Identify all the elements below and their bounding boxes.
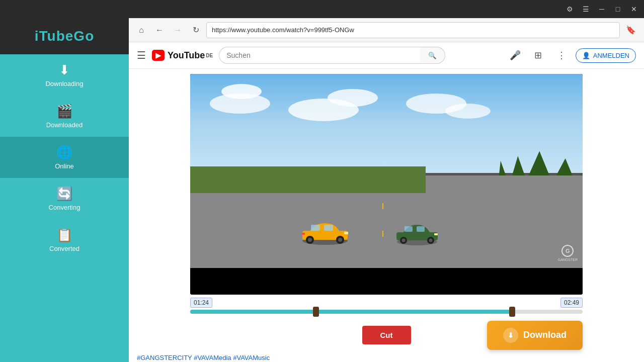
browser-area: ⌂ ← → ↻ 🔖 ☰ ▶ YouTube DE 🔍 (129, 18, 644, 362)
yt-search-container: 🔍 (219, 47, 500, 64)
hashtags: #GANGSTERCITY #VAVAMedia #VAVAMusic (129, 350, 644, 362)
sidebar-item-converting[interactable]: 🔄 Converting (0, 178, 129, 219)
watermark-text: GANGSTER (558, 258, 578, 261)
svg-rect-13 (417, 226, 425, 232)
maximize-button[interactable]: □ (612, 3, 624, 15)
close-button[interactable]: ✕ (628, 3, 640, 15)
content-area[interactable]: ☰ ▶ YouTube DE 🔍 🎤 ⊞ ⋮ 👤 ANMELDEN (129, 42, 644, 362)
logo-accent: i (35, 28, 39, 44)
sidebar-item-label-online: Online (55, 162, 74, 170)
road-line-2 (382, 231, 383, 237)
yt-grid-button[interactable]: ⊞ (529, 46, 547, 64)
download-label: Download (523, 330, 567, 340)
sidebar: iTubeGo ⬇ Downloading 🎬 Downloaded 🌐 Onl… (0, 18, 129, 362)
cloud-6 (445, 104, 491, 119)
sidebar-item-online[interactable]: 🌐 Online (0, 137, 129, 178)
download-icon: ⬇ (508, 331, 514, 339)
yt-logo-icon: ▶ (152, 50, 165, 61)
logo-text: TubeGo (39, 28, 95, 44)
downloaded-icon: 🎬 (56, 104, 72, 119)
app-logo: iTubeGo (0, 18, 129, 54)
svg-rect-9 (302, 233, 305, 235)
download-icon-circle: ⬇ (503, 328, 518, 343)
svg-rect-18 (434, 233, 438, 235)
timeline-handle-right[interactable] (509, 307, 515, 317)
timeline-labels: 01:24 02:49 (190, 298, 583, 308)
youtube-logo: ▶ YouTube DE (152, 50, 213, 61)
yt-signin-icon: 👤 (582, 52, 590, 59)
svg-rect-2 (311, 225, 320, 231)
watermark: G GANGSTER (558, 245, 578, 261)
sidebar-item-converted[interactable]: 📋 Converted (0, 219, 129, 260)
converted-icon: 📋 (56, 227, 72, 243)
yt-menu-button[interactable]: ☰ (137, 49, 146, 61)
settings-button[interactable]: ⚙ (564, 3, 576, 15)
yt-mic-button[interactable]: 🎤 (506, 46, 524, 64)
title-bar: ⚙ ☰ ─ □ ✕ (0, 0, 644, 18)
yt-signin-label: ANMELDEN (593, 52, 629, 59)
yt-more-button[interactable]: ⋮ (552, 46, 571, 64)
timeline-bar[interactable] (190, 310, 583, 314)
cloud-4 (328, 89, 378, 107)
yt-signin-button[interactable]: 👤 ANMELDEN (576, 48, 636, 63)
sidebar-item-downloaded[interactable]: 🎬 Downloaded (0, 96, 129, 137)
yt-search-button[interactable]: 🔍 (420, 47, 445, 64)
yt-logo-text: YouTube (168, 50, 205, 61)
svg-point-6 (308, 238, 312, 242)
action-row: Cut ⬇ Download (190, 321, 583, 350)
download-button[interactable]: ⬇ Download (487, 321, 583, 350)
url-bar[interactable] (206, 22, 620, 38)
yt-search-input[interactable] (219, 47, 420, 64)
home-button[interactable]: ⌂ (134, 23, 149, 38)
time-start-badge: 01:24 (190, 298, 212, 308)
svg-rect-8 (344, 232, 348, 234)
car-yellow (300, 221, 350, 246)
svg-point-16 (401, 239, 405, 242)
svg-point-7 (338, 238, 342, 242)
hashtag-text: #GANGSTERCITY #VAVAMedia #VAVAMusic (137, 354, 270, 361)
svg-point-17 (429, 239, 432, 242)
yt-actions: 🎤 ⊞ ⋮ 👤 ANMELDEN (506, 46, 636, 64)
svg-rect-12 (405, 226, 413, 232)
app-container: iTubeGo ⬇ Downloading 🎬 Downloaded 🌐 Onl… (0, 18, 644, 362)
back-button[interactable]: ← (152, 23, 167, 38)
timeline-progress (190, 310, 316, 314)
sidebar-item-label-converted: Converted (49, 245, 79, 252)
ground-left (190, 166, 426, 193)
sidebar-item-label-downloading: Downloading (45, 80, 83, 87)
cloud-2 (221, 84, 262, 99)
downloading-icon: ⬇ (59, 62, 70, 78)
menu-button[interactable]: ☰ (580, 3, 592, 15)
cut-controls: 01:24 02:49 (190, 298, 583, 318)
sidebar-item-label-converting: Converting (49, 204, 80, 211)
scene-sky (190, 74, 583, 173)
converting-icon: 🔄 (56, 186, 72, 202)
watermark-logo: G (561, 245, 574, 257)
video-player: G GANGSTER (190, 74, 583, 295)
nav-bar: ⌂ ← → ↻ 🔖 (129, 18, 644, 42)
road-line-1 (382, 203, 383, 209)
refresh-button[interactable]: ↻ (188, 23, 203, 38)
yt-logo-country: DE (206, 53, 213, 58)
forward-button[interactable]: → (170, 23, 185, 38)
sidebar-item-downloading[interactable]: ⬇ Downloading (0, 54, 129, 96)
timeline-selected (316, 310, 512, 314)
video-section: G GANGSTER 01:24 02:49 (129, 69, 644, 350)
sidebar-item-label-downloaded: Downloaded (46, 121, 83, 129)
cut-button[interactable]: Cut (362, 326, 411, 344)
timeline-handle-left[interactable] (313, 307, 319, 317)
bookmark-button[interactable]: 🔖 (623, 22, 639, 38)
minimize-button[interactable]: ─ (596, 3, 608, 15)
video-thumbnail: G GANGSTER (190, 74, 583, 295)
youtube-header: ☰ ▶ YouTube DE 🔍 🎤 ⊞ ⋮ 👤 ANMELDEN (129, 42, 644, 69)
online-icon: 🌐 (56, 145, 72, 160)
letterbox-bottom (190, 268, 583, 295)
car-green (394, 223, 440, 246)
time-end-badge: 02:49 (560, 298, 583, 308)
svg-rect-3 (324, 225, 333, 231)
